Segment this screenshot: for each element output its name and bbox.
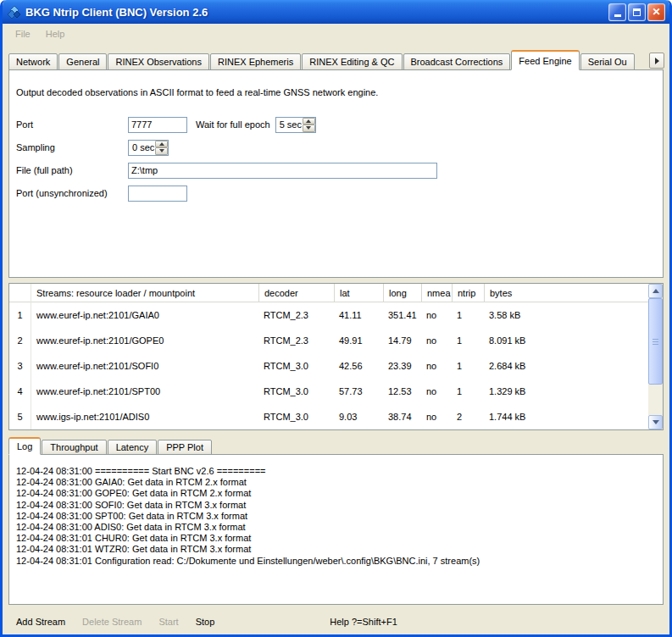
wait-for-full-epoch-spinbox[interactable]: 5 sec <box>275 117 316 133</box>
feed-engine-panel: Output decoded observations in ASCII for… <box>8 69 664 278</box>
tab-rinex-editing-qc[interactable]: RINEX Editing & QC <box>302 53 402 70</box>
col-lat[interactable]: lat <box>334 284 383 302</box>
arrow-up-icon <box>653 289 659 293</box>
spin-buttons <box>303 118 315 132</box>
header-corner <box>9 284 31 302</box>
cell-nmea: no <box>421 361 452 371</box>
tab-broadcast-corrections[interactable]: Broadcast Corrections <box>403 53 511 70</box>
port-unsynchronized-input[interactable] <box>128 186 187 202</box>
port-input[interactable] <box>128 117 187 133</box>
col-streams-mountpoint[interactable]: Streams: resource loader / mountpoint <box>31 284 258 302</box>
menu-file[interactable]: File <box>8 26 38 42</box>
col-decoder[interactable]: decoder <box>258 284 334 302</box>
table-row[interactable]: 3 www.euref-ip.net:2101/SOFI0 RTCM_3.0 4… <box>9 353 648 379</box>
cell-nmea: no <box>421 335 452 346</box>
sampling-value: 0 sec <box>129 141 155 155</box>
menubar: File Help <box>3 24 669 43</box>
log-line: 12-04-24 08:31:00 GOPE0: Get data in RTC… <box>16 488 656 499</box>
maximize-button[interactable] <box>628 3 646 21</box>
app-icon <box>8 5 21 19</box>
table-row[interactable]: 5 www.igs-ip.net:2101/ADIS0 RTCM_3.0 9.0… <box>9 404 648 429</box>
port-label: Port <box>16 119 128 130</box>
cell-lat: 57.73 <box>334 386 383 396</box>
cell-lat: 49.91 <box>334 335 383 346</box>
col-nmea[interactable]: nmea <box>421 284 452 302</box>
col-long[interactable]: long <box>383 284 421 302</box>
log-line: 12-04-24 08:31:00 SOFI0: Get data in RTC… <box>16 500 656 511</box>
cell-bytes: 1.744 kB <box>484 412 648 422</box>
row-number: 4 <box>9 379 31 404</box>
file-path-input[interactable] <box>128 163 437 179</box>
cell-ntrip: 1 <box>452 335 484 346</box>
table-scrollbar[interactable] <box>648 284 663 429</box>
wait-for-full-epoch-label: Wait for full epoch <box>196 119 270 130</box>
streams-table: Streams: resource loader / mountpoint de… <box>8 283 664 430</box>
start-button[interactable]: Start <box>155 615 181 629</box>
delete-stream-button[interactable]: Delete Stream <box>79 615 145 629</box>
cell-lat: 42.56 <box>334 361 383 371</box>
feed-engine-description: Output decoded observations in ASCII for… <box>9 70 663 97</box>
table-row[interactable]: 2 www.euref-ip.net:2101/GOPE0 RTCM_2.3 4… <box>9 328 648 353</box>
window-title: BKG Ntrip Client (BNC) Version 2.6 <box>25 6 608 19</box>
tab-rinex-observations[interactable]: RINEX Observations <box>108 53 208 70</box>
minimize-button[interactable] <box>608 3 626 21</box>
cell-nmea: no <box>421 386 452 396</box>
cell-decoder: RTCM_3.0 <box>258 386 334 396</box>
scroll-up-button[interactable] <box>648 284 663 298</box>
tab-scroll-right-button[interactable] <box>649 53 664 69</box>
port-unsynchronized-label: Port (unsynchronized) <box>16 188 128 198</box>
tab-network[interactable]: Network <box>8 53 58 70</box>
wait-for-full-epoch-value: 5 sec <box>276 118 303 132</box>
cell-decoder: RTCM_2.3 <box>258 310 334 320</box>
table-row[interactable]: 1 www.euref-ip.net:2101/GAIA0 RTCM_2.3 4… <box>9 302 648 328</box>
help-shortcut-label[interactable]: Help ?=Shift+F1 <box>330 617 397 627</box>
tab-serial-output[interactable]: Serial Ou <box>580 53 635 70</box>
spin-down-button[interactable] <box>155 147 168 155</box>
scroll-down-button[interactable] <box>648 415 663 429</box>
menu-help[interactable]: Help <box>38 26 73 42</box>
titlebar[interactable]: BKG Ntrip Client (BNC) Version 2.6 ✕ <box>3 0 669 24</box>
cell-bytes: 3.58 kB <box>484 310 648 320</box>
cell-lat: 41.11 <box>334 310 383 320</box>
scroll-thumb[interactable] <box>648 298 663 385</box>
col-ntrip[interactable]: ntrip <box>452 284 484 302</box>
row-number: 2 <box>9 328 31 353</box>
tab-latency[interactable]: Latency <box>108 440 158 455</box>
footer-toolbar: Add Stream Delete Stream Start Stop Help… <box>3 605 669 634</box>
log-line: 12-04-24 08:31:01 Configuration read: C:… <box>16 556 656 567</box>
spin-up-button[interactable] <box>155 141 168 148</box>
close-button[interactable]: ✕ <box>647 3 665 21</box>
cell-nmea: no <box>421 310 452 320</box>
streams-table-header: Streams: resource loader / mountpoint de… <box>9 284 648 302</box>
cell-decoder: RTCM_3.0 <box>258 361 334 371</box>
spin-down-button[interactable] <box>303 125 315 132</box>
cell-decoder: RTCM_2.3 <box>258 335 334 346</box>
arrow-down-icon <box>306 126 311 130</box>
cell-long: 23.39 <box>383 361 421 371</box>
tab-rinex-ephemeris[interactable]: RINEX Ephemeris <box>210 53 301 70</box>
tab-ppp-plot[interactable]: PPP Plot <box>158 440 212 455</box>
tab-throughput[interactable]: Throughput <box>42 440 106 455</box>
tab-log[interactable]: Log <box>8 437 41 455</box>
arrow-up-icon <box>159 142 164 146</box>
cell-mountpoint: www.igs-ip.net:2101/ADIS0 <box>31 412 258 422</box>
arrow-down-icon <box>653 420 659 424</box>
cell-mountpoint: www.euref-ip.net:2101/SOFI0 <box>31 361 258 371</box>
settings-tabbar: Network General RINEX Observations RINEX… <box>3 50 669 70</box>
window-controls: ✕ <box>608 3 665 21</box>
cell-nmea: no <box>421 412 452 422</box>
add-stream-button[interactable]: Add Stream <box>13 615 69 629</box>
tab-general[interactable]: General <box>58 53 107 70</box>
sampling-row: Sampling 0 sec <box>16 139 663 156</box>
spin-up-button[interactable] <box>303 118 315 125</box>
table-row[interactable]: 4 www.euref-ip.net:2101/SPT00 RTCM_3.0 5… <box>9 379 648 404</box>
file-path-label: File (full path) <box>16 165 128 175</box>
sampling-spinbox[interactable]: 0 sec <box>128 140 169 156</box>
close-icon: ✕ <box>652 6 660 18</box>
col-bytes[interactable]: bytes <box>484 284 648 302</box>
stop-button[interactable]: Stop <box>192 615 219 629</box>
minimize-icon <box>614 14 621 17</box>
log-line: 12-04-24 08:31:00 SPT00: Get data in RTC… <box>16 511 656 522</box>
tab-feed-engine[interactable]: Feed Engine <box>511 50 579 70</box>
cell-ntrip: 1 <box>452 310 484 320</box>
